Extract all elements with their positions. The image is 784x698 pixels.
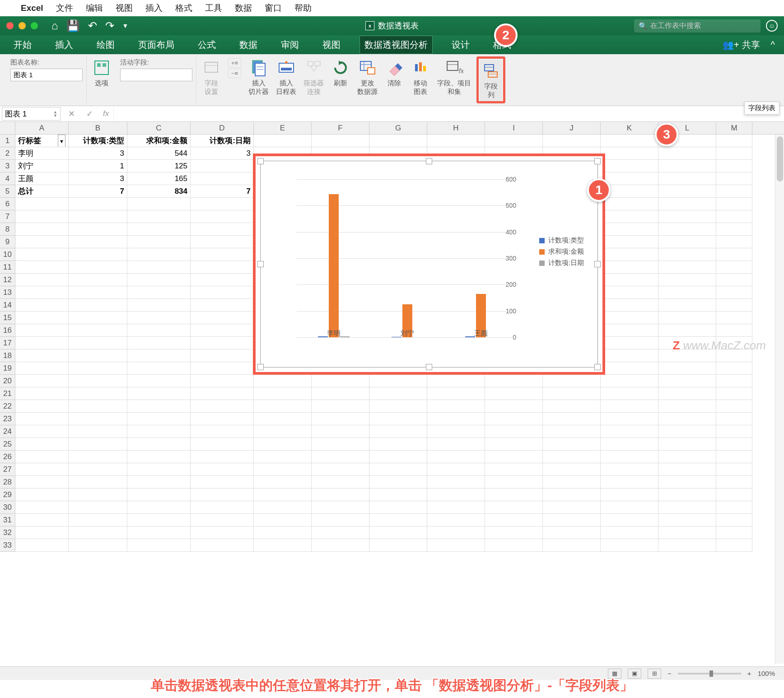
- tab-home[interactable]: 开始: [9, 36, 36, 54]
- row-header[interactable]: 18: [0, 349, 15, 362]
- row-header[interactable]: 2: [0, 147, 15, 160]
- active-field-input[interactable]: [120, 69, 192, 81]
- clear-button[interactable]: 清除: [383, 56, 406, 103]
- qat-more-icon[interactable]: ▼: [122, 22, 129, 29]
- refresh-button[interactable]: 刷新: [329, 56, 352, 103]
- tab-review[interactable]: 审阅: [276, 36, 303, 54]
- row-header[interactable]: 16: [0, 324, 15, 337]
- row-header[interactable]: 8: [0, 223, 15, 236]
- formula-input[interactable]: [113, 106, 784, 121]
- row-header[interactable]: 4: [0, 172, 15, 185]
- tab-insert[interactable]: 插入: [51, 36, 78, 54]
- row-header[interactable]: 11: [0, 261, 15, 274]
- row-header[interactable]: 7: [0, 210, 15, 223]
- chart-legend[interactable]: 计数项:类型 求和项:金额 计数项:日期: [539, 233, 584, 270]
- share-button[interactable]: 👥+ 共享 ^: [723, 39, 775, 51]
- home-icon[interactable]: ⌂: [51, 19, 58, 32]
- row-header[interactable]: 20: [0, 375, 15, 387]
- row-header[interactable]: 14: [0, 299, 15, 312]
- undo-icon[interactable]: ↶: [88, 19, 97, 32]
- tab-layout[interactable]: 页面布局: [134, 36, 179, 54]
- vertical-scrollbar[interactable]: [775, 135, 784, 664]
- insert-slicer-button[interactable]: 插入 切片器: [247, 56, 271, 103]
- change-source-button[interactable]: 更改 数据源: [355, 56, 379, 103]
- expand-icon[interactable]: +≡: [228, 58, 241, 68]
- cancel-formula-icon[interactable]: ✕: [62, 109, 80, 119]
- row-header[interactable]: 3: [0, 160, 15, 172]
- tab-data[interactable]: 数据: [235, 36, 262, 54]
- pivot-chart[interactable]: 0100200300400500600李明刘宁王颜 计数项:类型 求和项:金额 …: [253, 154, 605, 375]
- filter-connections-button[interactable]: 筛选器 连接: [302, 56, 326, 103]
- maximize-button[interactable]: [31, 22, 38, 29]
- search-box[interactable]: 🔍 在工作表中搜索: [634, 19, 761, 33]
- close-button[interactable]: [6, 22, 14, 29]
- row-header[interactable]: 23: [0, 413, 15, 425]
- col-header[interactable]: H: [427, 122, 485, 134]
- fx-icon[interactable]: fx: [103, 109, 109, 118]
- row-header[interactable]: 28: [0, 476, 15, 489]
- row-header[interactable]: 10: [0, 248, 15, 261]
- col-header[interactable]: F: [312, 122, 369, 134]
- menu-edit[interactable]: 编辑: [86, 2, 103, 14]
- chart-plot-area[interactable]: 0100200300400500600李明刘宁王颜: [279, 170, 518, 342]
- row-header[interactable]: 30: [0, 501, 15, 514]
- menu-tools[interactable]: 工具: [205, 2, 222, 14]
- row-header[interactable]: 15: [0, 312, 15, 324]
- feedback-icon[interactable]: ☺: [766, 20, 778, 32]
- chart-name-input[interactable]: [10, 69, 83, 81]
- row-header[interactable]: 1: [0, 135, 15, 147]
- save-icon[interactable]: 💾: [66, 19, 80, 32]
- row-header[interactable]: 27: [0, 463, 15, 476]
- row-header[interactable]: 13: [0, 286, 15, 299]
- col-header[interactable]: E: [254, 122, 312, 134]
- col-header[interactable]: B: [69, 122, 127, 134]
- collapse-icon[interactable]: −≡: [228, 69, 241, 78]
- row-header[interactable]: 5: [0, 185, 15, 198]
- tab-draw[interactable]: 绘图: [92, 36, 119, 54]
- menu-data[interactable]: 数据: [235, 2, 252, 14]
- field-settings-button[interactable]: 字段 设置: [200, 56, 223, 103]
- row-header[interactable]: 6: [0, 198, 15, 210]
- col-header[interactable]: K: [601, 122, 658, 134]
- field-list-button[interactable]: 字段 列: [480, 60, 502, 101]
- tab-design[interactable]: 设计: [447, 36, 474, 54]
- fields-items-button[interactable]: fx 字段、项目 和集: [435, 56, 473, 103]
- redo-icon[interactable]: ↷: [105, 19, 114, 32]
- col-header[interactable]: I: [485, 122, 543, 134]
- menu-format[interactable]: 格式: [175, 2, 192, 14]
- col-header[interactable]: J: [543, 122, 601, 134]
- menu-file[interactable]: 文件: [56, 2, 73, 14]
- row-header[interactable]: 33: [0, 539, 15, 552]
- menu-insert[interactable]: 插入: [145, 2, 163, 14]
- tab-pivotchart-analyze[interactable]: 数据透视图分析: [359, 36, 433, 54]
- col-header[interactable]: G: [369, 122, 427, 134]
- collapse-ribbon-icon[interactable]: ^: [771, 40, 775, 50]
- col-header[interactable]: A: [15, 122, 69, 134]
- menu-help[interactable]: 帮助: [294, 2, 312, 14]
- row-header[interactable]: 21: [0, 387, 15, 400]
- row-header[interactable]: 32: [0, 526, 15, 539]
- insert-timeline-button[interactable]: 插入 日程表: [274, 56, 298, 103]
- menu-window[interactable]: 窗口: [265, 2, 282, 14]
- row-header[interactable]: 9: [0, 236, 15, 248]
- select-all-corner[interactable]: [0, 122, 15, 135]
- tab-view[interactable]: 视图: [318, 36, 345, 54]
- row-header[interactable]: 12: [0, 274, 15, 286]
- row-header[interactable]: 19: [0, 362, 15, 375]
- col-header[interactable]: C: [127, 122, 191, 134]
- move-chart-button[interactable]: 移动 图表: [409, 56, 432, 103]
- row-header[interactable]: 22: [0, 400, 15, 413]
- app-name[interactable]: Excel: [21, 3, 43, 13]
- row-header[interactable]: 17: [0, 337, 15, 349]
- col-header[interactable]: D: [191, 122, 254, 134]
- row-header[interactable]: 25: [0, 438, 15, 451]
- minimize-button[interactable]: [19, 22, 26, 29]
- tab-formulas[interactable]: 公式: [193, 36, 220, 54]
- confirm-formula-icon[interactable]: ✓: [80, 109, 98, 119]
- name-box[interactable]: 图表 1 ▲▼: [2, 107, 61, 121]
- options-button[interactable]: 选项: [90, 56, 113, 103]
- col-header[interactable]: M: [716, 122, 752, 134]
- row-header[interactable]: 24: [0, 425, 15, 438]
- menu-view[interactable]: 视图: [116, 2, 133, 14]
- row-header[interactable]: 31: [0, 514, 15, 526]
